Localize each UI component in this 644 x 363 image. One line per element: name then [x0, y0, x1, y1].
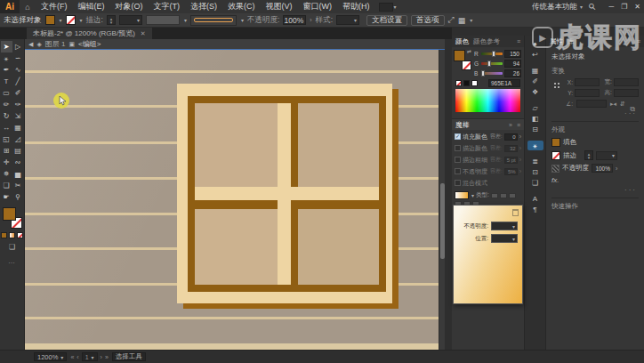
rectangle-tool[interactable]: ▭: [1, 87, 12, 99]
channel-value-field[interactable]: 94: [504, 60, 521, 68]
color-icon[interactable]: ●: [527, 39, 543, 49]
pencil-tool[interactable]: ✑: [12, 99, 24, 110]
panel-menu-icon[interactable]: ≡: [637, 38, 640, 44]
brushes-icon[interactable]: ✐: [527, 77, 543, 86]
magic-wand-tool[interactable]: ⚹: [1, 52, 12, 64]
black-swatch[interactable]: [463, 80, 470, 86]
channel-slider[interactable]: [481, 72, 503, 75]
artboard-number-field[interactable]: 1▾: [82, 352, 98, 361]
selection-tool[interactable]: ➤: [1, 41, 12, 52]
perspective-grid-tool[interactable]: ◿: [12, 133, 24, 145]
breadcrumb-group[interactable]: <编组>: [78, 39, 101, 49]
character-icon[interactable]: A: [527, 194, 543, 204]
trash-icon[interactable]: [512, 209, 519, 216]
appearance-opacity-field[interactable]: 100%: [592, 164, 613, 173]
brush-definition-dropdown[interactable]: [190, 15, 237, 26]
free-transform-tool[interactable]: ▦: [12, 122, 24, 133]
last-artboard-icon[interactable]: »: [105, 354, 109, 360]
lasso-tool[interactable]: ∽: [12, 52, 24, 64]
document-tab[interactable]: 未标题-2* @ 1200% (RGB/预览) ✕: [27, 28, 152, 39]
chevron-right-icon[interactable]: ›: [519, 145, 521, 151]
window-pane-bottom-left[interactable]: [195, 209, 278, 285]
flip-vertical-icon[interactable]: ⇵: [620, 101, 625, 108]
tolerance-field[interactable]: 32: [504, 145, 518, 152]
freeform-gradient-icon[interactable]: [509, 193, 516, 198]
white-swatch[interactable]: [471, 80, 478, 86]
menu-item[interactable]: 窗口(W): [298, 0, 338, 13]
next-artboard-icon[interactable]: ›: [101, 354, 102, 360]
menu-item[interactable]: 文件(F): [36, 0, 73, 13]
window-pane-top-right[interactable]: [298, 103, 379, 187]
tolerance-field[interactable]: 0: [504, 133, 518, 141]
line-segment-tool[interactable]: ╱: [12, 76, 24, 87]
direct-selection-tool[interactable]: ▷: [12, 41, 24, 52]
paragraph-icon[interactable]: ¶: [527, 205, 543, 214]
align-icon[interactable]: ⊟: [527, 125, 543, 134]
gradient-swatch[interactable]: [455, 191, 469, 199]
appearance-fill-swatch[interactable]: [551, 138, 560, 147]
field-input[interactable]: [614, 89, 639, 97]
column-graph-tool[interactable]: ▅: [12, 168, 24, 180]
zoom-tool[interactable]: ⚲: [12, 191, 24, 203]
eyedropper-tool[interactable]: ✛: [1, 157, 12, 168]
effects-button[interactable]: fx.: [551, 176, 639, 184]
field-input[interactable]: [575, 89, 600, 97]
radial-gradient-icon[interactable]: [500, 193, 507, 198]
stroke-weight-dropdown[interactable]: ▾: [596, 151, 617, 160]
transform-more-options[interactable]: ···: [551, 109, 639, 117]
style-dropdown[interactable]: ▾: [336, 15, 359, 25]
menu-item[interactable]: 对象(O): [110, 0, 149, 13]
minimize-button[interactable]: ─: [608, 3, 614, 11]
previous-artboard-icon[interactable]: ‹: [76, 354, 78, 360]
panel-menu-icon[interactable]: ≡: [517, 122, 520, 128]
maximize-button[interactable]: ❐: [621, 3, 627, 11]
blend-tool[interactable]: ∾: [12, 157, 24, 168]
chevron-right-icon[interactable]: ›: [519, 157, 521, 163]
arrange-icon[interactable]: ⤢: [448, 15, 455, 25]
pathfinder-icon[interactable]: ◧: [527, 114, 543, 124]
artboard-tool[interactable]: ❏: [1, 180, 12, 191]
channel-value-field[interactable]: 150: [504, 50, 521, 58]
menu-item[interactable]: 效果(C): [222, 0, 261, 13]
tolerance-field[interactable]: 5%: [504, 168, 518, 175]
stroke-weight-stepper[interactable]: ▴▾: [107, 15, 116, 25]
tab-color[interactable]: 颜色: [455, 37, 469, 46]
symbol-sprayer-tool[interactable]: ✵: [1, 168, 12, 180]
opacity-value-field[interactable]: 100%: [283, 15, 306, 25]
curvature-tool[interactable]: ∿: [12, 64, 24, 76]
flip-horizontal-icon[interactable]: ▸◂: [610, 101, 616, 108]
chevron-right-icon[interactable]: ›: [519, 133, 521, 140]
menu-item[interactable]: 文字(T): [149, 0, 186, 13]
pen-tool[interactable]: ✒: [1, 64, 12, 76]
slider-handle[interactable]: [492, 51, 495, 57]
drawing-mode-icon[interactable]: ❏: [9, 243, 15, 251]
none-swatch[interactable]: [455, 80, 462, 86]
fill-proxy-swatch[interactable]: [3, 207, 16, 221]
checkbox[interactable]: [455, 133, 461, 140]
layers-icon[interactable]: ≣: [527, 157, 543, 166]
workspace-switcher[interactable]: 传统基本功能▾: [532, 2, 583, 12]
swatches-icon[interactable]: ▦: [527, 66, 543, 76]
stroke-color-swatch[interactable]: [66, 15, 76, 25]
field-input[interactable]: [614, 78, 639, 86]
variable-width-profile-dropdown[interactable]: [146, 15, 180, 25]
paintbrush-tool[interactable]: ✐: [12, 87, 24, 99]
window-frame[interactable]: [177, 84, 392, 303]
vertical-scrollbar[interactable]: [439, 50, 445, 350]
arrange-documents-dropdown[interactable]: [379, 3, 393, 12]
shaper-tool[interactable]: ✏: [1, 99, 12, 110]
none-mode-button[interactable]: [17, 232, 23, 238]
collapse-icon[interactable]: »: [509, 122, 512, 128]
swap-fill-stroke-icon[interactable]: ⇄: [467, 48, 471, 54]
preferences-button[interactable]: 首选项: [411, 15, 445, 26]
panel-menu-icon[interactable]: ≡: [517, 38, 520, 44]
checkbox[interactable]: [455, 180, 461, 186]
tab-libraries[interactable]: 库: [568, 37, 575, 46]
field-input[interactable]: [575, 78, 600, 86]
fill-proxy-swatch[interactable]: [454, 50, 465, 61]
magic-wand-icon[interactable]: ⚹: [527, 141, 543, 150]
channel-slider[interactable]: [481, 52, 503, 55]
tab-properties[interactable]: 属性: [550, 37, 563, 46]
fill-color-swatch[interactable]: [45, 15, 55, 25]
breadcrumb-layer[interactable]: 图层 1: [45, 39, 66, 49]
